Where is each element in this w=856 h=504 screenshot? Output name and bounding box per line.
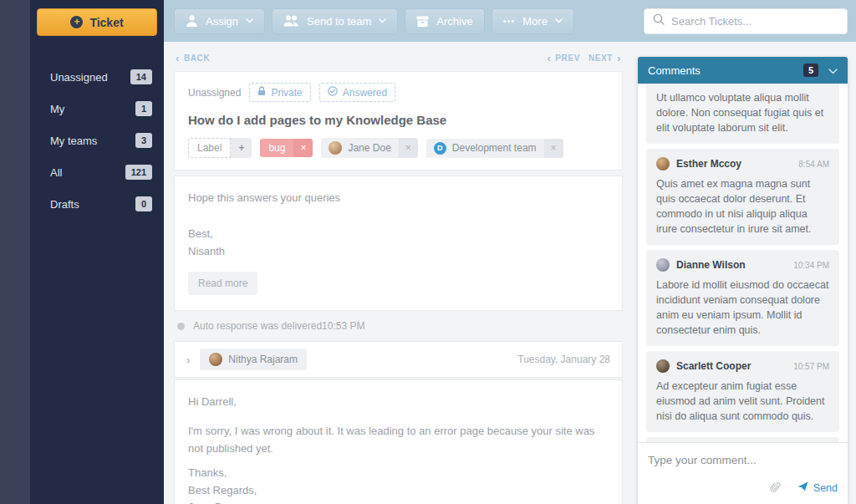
- tag-bug-label: bug: [260, 139, 293, 157]
- new-ticket-button[interactable]: + Ticket: [37, 8, 157, 36]
- chevron-left-icon: ‹: [547, 54, 551, 63]
- message-line: I'm sorry, I was wrong about it. It was …: [188, 423, 609, 458]
- avatar: [209, 353, 222, 366]
- answered-badge[interactable]: Answered: [319, 83, 395, 102]
- main-region: Assign Send to team Archive: [164, 0, 856, 504]
- signature-line: Jane Doe: [188, 499, 609, 504]
- remove-tag-icon[interactable]: ×: [293, 139, 313, 157]
- content-area: ‹ BACK ‹ PREV NEXT ›: [164, 42, 856, 504]
- avatar: [329, 141, 342, 155]
- attachment-icon[interactable]: [770, 481, 781, 494]
- auto-response-text: Auto response was delivered: [193, 320, 322, 332]
- sidebar-item-all[interactable]: All 121: [37, 156, 157, 188]
- next-label: NEXT: [588, 53, 613, 63]
- app-root: + Ticket Unassigned 14 My 1 My teams 3 A…: [0, 0, 856, 504]
- comment-composer: Send: [638, 442, 848, 504]
- sender-chip[interactable]: Nithya Rajaram: [200, 349, 307, 370]
- chevron-left-icon: ‹: [176, 54, 180, 63]
- back-label: BACK: [184, 53, 210, 63]
- plus-icon: +: [70, 16, 83, 28]
- composer-actions: Send: [648, 481, 838, 494]
- send-plane-icon: [797, 481, 808, 494]
- ticket-header-card: Unassigned Private Answered: [174, 71, 623, 171]
- sidebar-main: + Ticket Unassigned 14 My 1 My teams 3 A…: [30, 0, 164, 504]
- chevron-right-icon: ›: [617, 54, 621, 63]
- remove-team-icon[interactable]: ×: [544, 139, 563, 158]
- send-to-team-button[interactable]: Send to team: [272, 8, 398, 34]
- search-icon: [653, 13, 665, 28]
- search-input[interactable]: [671, 15, 838, 28]
- message-line: Hi Darrell,: [188, 394, 609, 411]
- comment-author: Scarlett Cooper: [676, 360, 787, 372]
- comment-input[interactable]: [648, 454, 838, 466]
- chevron-down-icon[interactable]: [828, 63, 838, 78]
- private-badge[interactable]: Private: [249, 83, 310, 102]
- add-label-icon[interactable]: +: [231, 138, 252, 158]
- message-date: Tuesday, January 28: [517, 354, 610, 365]
- new-ticket-label: Ticket: [89, 16, 123, 29]
- assign-button[interactable]: Assign: [174, 8, 265, 34]
- chevron-down-icon: [379, 18, 386, 23]
- status-text: Unassigned: [188, 87, 241, 99]
- archive-icon: [416, 16, 429, 27]
- person-icon: [186, 15, 198, 27]
- tag-team: D Development team ×: [426, 139, 563, 158]
- more-label: More: [522, 15, 548, 28]
- comment-text: Labore id mollit eiusmod do occaecat inc…: [656, 277, 829, 338]
- timeline-dot-icon: [177, 323, 185, 330]
- check-circle-icon: [328, 86, 338, 99]
- message-card: Hope this answers your queries Best, Nis…: [174, 176, 623, 311]
- count-badge: 0: [135, 196, 152, 211]
- sidebar-item-label: Unassigned: [50, 71, 108, 84]
- collapsed-message-header[interactable]: › Nithya Rajaram Tuesday, January 28: [174, 341, 623, 378]
- sidebar-item-unassigned[interactable]: Unassigned 14: [37, 61, 157, 93]
- prev-label: PREV: [555, 53, 580, 63]
- comment-item: Dianne Wilson 10:34 PM Labore id mollit …: [646, 250, 839, 346]
- comment-author: Esther Mccoy: [676, 158, 792, 170]
- sidebar-item-label: My: [50, 103, 64, 115]
- sidebar-item-drafts[interactable]: Drafts 0: [37, 188, 157, 220]
- expand-chevron-icon[interactable]: ›: [186, 354, 190, 366]
- status-row: Unassigned Private Answered: [188, 83, 609, 102]
- message-gap: [188, 411, 609, 423]
- avatar: [656, 157, 670, 171]
- send-comment-button[interactable]: Send: [797, 481, 838, 494]
- avatar: [656, 258, 670, 272]
- message-card: Hi Darrell, I'm sorry, I was wrong about…: [174, 379, 623, 504]
- add-label-chip[interactable]: Label +: [188, 138, 252, 158]
- sidebar-item-my-teams[interactable]: My teams 3: [37, 125, 157, 156]
- comment-time: 8:54 AM: [798, 160, 829, 169]
- lock-icon: [257, 86, 266, 99]
- remove-assignee-icon[interactable]: ×: [399, 138, 418, 158]
- sidebar-item-my[interactable]: My 1: [37, 93, 157, 125]
- auto-response-time: 10:53 PM: [322, 320, 364, 332]
- comment-item: Esther Mccoy 8:54 AM Quis amet ex magna …: [646, 149, 839, 245]
- chevron-down-icon: [555, 18, 563, 23]
- next-link[interactable]: NEXT ›: [588, 53, 621, 63]
- auto-response-row: Auto response was delivered10:53 PM: [174, 311, 623, 341]
- message-gap: [188, 458, 609, 465]
- send-label: Send: [813, 482, 838, 494]
- archive-button[interactable]: Archive: [405, 8, 484, 34]
- read-more-button[interactable]: Read more: [188, 272, 257, 295]
- more-button[interactable]: ••• More: [492, 8, 574, 34]
- signature-line: Nisanth: [188, 243, 609, 261]
- count-badge: 1: [135, 101, 152, 116]
- prev-link[interactable]: ‹ PREV: [547, 53, 580, 63]
- comments-header[interactable]: Comments 5: [638, 57, 848, 84]
- sidebar-item-label: Drafts: [50, 198, 79, 211]
- people-icon: [283, 15, 299, 27]
- comments-title: Comments: [648, 64, 803, 77]
- prev-next-controls: ‹ PREV NEXT ›: [547, 53, 621, 63]
- signature-line: Thanks,: [188, 465, 609, 482]
- tag-assignee: Jane Doe ×: [321, 138, 417, 158]
- comment-item: Scarlett Cooper 10:57 PM Ad excepteur an…: [646, 351, 839, 432]
- count-badge: 14: [130, 69, 152, 84]
- team-name: Development team: [452, 142, 537, 154]
- back-link[interactable]: ‹ BACK: [176, 53, 210, 63]
- private-label: Private: [271, 87, 302, 99]
- comments-count-badge: 5: [803, 64, 818, 77]
- sidebar-item-label: All: [50, 166, 62, 179]
- comments-list[interactable]: Ut ullamco voluptate aliqua mollit dolor…: [638, 84, 848, 442]
- signature-line: Best Regards,: [188, 482, 609, 500]
